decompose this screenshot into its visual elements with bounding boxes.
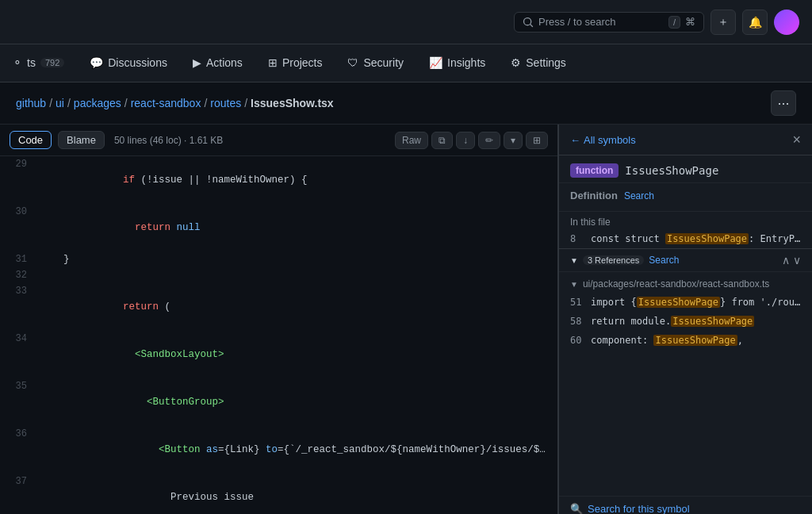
- blame-tab-button[interactable]: Blame: [58, 131, 105, 149]
- issues-badge: 792: [40, 58, 64, 67]
- close-symbol-panel-button[interactable]: ×: [792, 132, 801, 147]
- security-icon: 🛡: [347, 56, 358, 69]
- tab-projects[interactable]: ⊞ Projects: [255, 44, 335, 82]
- download-button[interactable]: ↓: [456, 132, 475, 149]
- breadcrumb: github / ui / packages / react-sandbox /…: [16, 97, 334, 109]
- more-options-button[interactable]: ···: [771, 90, 796, 116]
- terminal-icon: ⌘: [685, 16, 695, 28]
- sep3: /: [124, 97, 128, 109]
- avatar-image: [774, 10, 799, 35]
- discussions-label: Discussions: [108, 56, 167, 69]
- definition-search[interactable]: Search: [624, 190, 654, 201]
- in-this-file-label: In this file: [559, 212, 812, 229]
- search-bar[interactable]: Press / to search / ⌘: [514, 12, 704, 33]
- copy-icon: ⧉: [439, 135, 446, 146]
- ref-code-60: component: IssuesShowPage,: [591, 335, 743, 346]
- more-code-button[interactable]: ▾: [504, 132, 523, 149]
- raw-button[interactable]: Raw: [395, 132, 428, 149]
- sep4: /: [204, 97, 207, 109]
- search-icon: [523, 17, 534, 28]
- search-symbol-footer[interactable]: 🔍 Search for this symbol: [559, 496, 812, 514]
- references-header[interactable]: ▼ 3 References Search ∧ ∨: [559, 249, 812, 272]
- references-search[interactable]: Search: [649, 255, 679, 266]
- ref-line-60[interactable]: 60 component: IssuesShowPage,: [559, 331, 812, 350]
- definition-section: Definition Search: [559, 183, 812, 212]
- projects-icon: ⊞: [268, 56, 278, 69]
- code-line-37: 37 Previous issue: [0, 474, 557, 514]
- tab-insights[interactable]: 📈 Insights: [416, 44, 498, 82]
- ref-line-58[interactable]: 58 return module.IssuesShowPage: [559, 312, 812, 331]
- chevron-down-icon: ▼: [570, 256, 578, 265]
- def-line-num: 8: [570, 233, 584, 244]
- references-section: ▼ 3 References Search ∧ ∨ ▼ ui/packages/…: [559, 248, 812, 353]
- definition-header: Definition Search: [570, 190, 801, 201]
- settings-label: Settings: [526, 56, 566, 69]
- download-icon: ↓: [463, 135, 468, 146]
- ref-file-header[interactable]: ▼ ui/packages/react-sandbox/react-sandbo…: [559, 275, 812, 293]
- ref-nav-arrows: ∧ ∨: [782, 254, 801, 267]
- breadcrumb-packages[interactable]: packages: [74, 97, 121, 109]
- expand-button[interactable]: ⊞: [526, 132, 548, 149]
- tab-issues[interactable]: ⚬ ts 792: [0, 44, 77, 82]
- definition-code-ref[interactable]: 8 const struct IssuesShowPage: EntryPoin…: [559, 229, 812, 248]
- breadcrumb-github[interactable]: github: [16, 97, 46, 109]
- plus-icon: ＋: [718, 15, 729, 29]
- code-line-30: 30 return null: [0, 204, 557, 251]
- insights-icon: 📈: [429, 56, 442, 69]
- code-editor[interactable]: 29 if (!issue || !nameWithOwner) { 30 re…: [0, 156, 557, 514]
- actions-icon: ▶: [193, 56, 201, 69]
- ref-code-51: import {IssuesShowPage} from './routes/I…: [591, 297, 801, 308]
- ref-num-51: 51: [570, 297, 584, 308]
- def-code: const struct IssuesShowPage: EntryPointC…: [591, 233, 801, 244]
- breadcrumb-routes[interactable]: routes: [210, 97, 241, 109]
- def-highlight: IssuesShowPage: [665, 233, 749, 244]
- back-to-symbols-link[interactable]: ← All symbols: [570, 134, 636, 146]
- search-placeholder: Press / to search: [538, 16, 616, 28]
- notification-button[interactable]: 🔔: [742, 10, 768, 35]
- ref-next-arrow[interactable]: ∨: [793, 254, 801, 267]
- breadcrumb-actions: ···: [771, 90, 796, 116]
- back-label: All symbols: [584, 134, 636, 146]
- breadcrumb-bar: github / ui / packages / react-sandbox /…: [0, 82, 812, 125]
- breadcrumb-filename: IssuesShow.tsx: [251, 97, 334, 109]
- symbol-title: function IssuesShowPage: [559, 155, 812, 183]
- code-line-34: 34 <SandboxLayout>: [0, 331, 557, 378]
- security-label: Security: [363, 56, 404, 69]
- issues-label: ts: [27, 56, 36, 69]
- sep5: /: [244, 97, 247, 109]
- definition-label: Definition: [570, 190, 618, 201]
- code-line-29: 29 if (!issue || !nameWithOwner) {: [0, 156, 557, 204]
- def-prefix: const struct: [591, 233, 665, 244]
- bell-icon: 🔔: [749, 16, 762, 29]
- code-tab-button[interactable]: Code: [10, 131, 52, 149]
- tab-discussions[interactable]: 💬 Discussions: [77, 44, 180, 82]
- tab-actions[interactable]: ▶ Actions: [180, 44, 255, 82]
- tab-security[interactable]: 🛡 Security: [335, 44, 416, 82]
- sep1: /: [49, 97, 52, 109]
- ref-prev-arrow[interactable]: ∧: [782, 254, 790, 267]
- function-badge: function: [570, 163, 619, 178]
- edit-button[interactable]: ✏: [478, 132, 500, 149]
- breadcrumb-react-sandbox[interactable]: react-sandbox: [131, 97, 201, 109]
- copy-button[interactable]: ⧉: [431, 132, 453, 149]
- discussions-icon: 💬: [90, 56, 103, 69]
- code-line-32: 32: [0, 267, 557, 283]
- issues-icon: ⚬: [13, 56, 22, 69]
- def-suffix: : EntryPointCom...: [749, 233, 801, 244]
- actions-label: Actions: [206, 56, 243, 69]
- breadcrumb-ui[interactable]: ui: [56, 97, 64, 109]
- ref-num-58: 58: [570, 316, 584, 327]
- symbol-header: ← All symbols ×: [559, 125, 812, 155]
- code-actions: Raw ⧉ ↓ ✏ ▾ ⊞: [395, 132, 548, 149]
- ref-line-51[interactable]: 51 import {IssuesShowPage} from './route…: [559, 293, 812, 312]
- search-symbol-label: Search for this symbol: [588, 503, 690, 514]
- main-content: Code Blame 50 lines (46 loc) · 1.61 KB R…: [0, 125, 812, 514]
- edit-icon: ✏: [485, 135, 493, 146]
- ref-code-58: return module.IssuesShowPage: [591, 316, 754, 327]
- avatar[interactable]: [774, 10, 799, 35]
- tab-settings[interactable]: ⚙ Settings: [498, 44, 579, 82]
- ref-file-group: ▼ ui/packages/react-sandbox/react-sandbo…: [559, 272, 812, 353]
- code-panel: Code Blame 50 lines (46 loc) · 1.61 KB R…: [0, 125, 558, 514]
- code-line-35: 35 <ButtonGroup>: [0, 378, 557, 426]
- plus-button[interactable]: ＋: [710, 10, 736, 35]
